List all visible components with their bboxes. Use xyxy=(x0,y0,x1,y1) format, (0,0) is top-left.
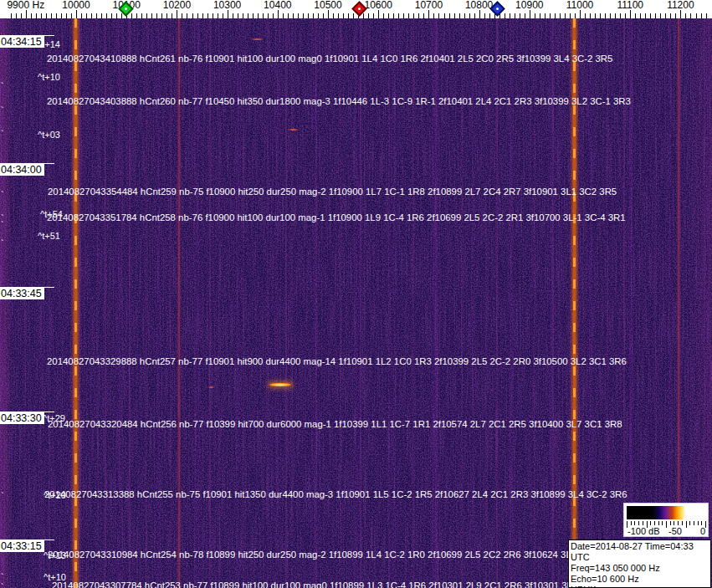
event-time-marker: ^t+03 xyxy=(38,130,60,140)
time-axis-label: 04:34:15 xyxy=(0,36,44,48)
time-axis-label: 04:33:45 xyxy=(0,288,44,299)
colorbar-tick xyxy=(694,521,694,525)
event-log-line: 20140827043354484 hCnt259 nb-75 f10900 h… xyxy=(48,187,617,197)
event-log-line: 20140827043313388 hCnt255 nb-75 f10901 h… xyxy=(44,489,627,499)
colorbar-tick xyxy=(689,521,690,525)
event-log-line: 20140827043310984 hCnt254 nb-78 f10899 h… xyxy=(48,550,597,560)
colorbar-tick xyxy=(634,521,635,525)
colorbar-tick xyxy=(698,521,699,525)
edge-tick-mark: ` xyxy=(1,492,4,500)
event-time-marker: ^t+13 xyxy=(44,550,66,560)
colorbar-tick xyxy=(678,521,679,525)
infobox-echo: Echo=10 600 Hz xyxy=(571,574,709,585)
event-time-marker: ^t+20 xyxy=(44,490,66,500)
infobox-station-id: HPHK xyxy=(571,585,709,588)
colorbar-label-mid: -50 xyxy=(668,527,682,536)
colorbar-tick xyxy=(647,521,648,528)
colorbar-tick xyxy=(682,521,683,525)
colorbar-tick xyxy=(638,521,639,525)
time-axis-label: 04:33:30 xyxy=(0,412,44,424)
spectrogram-app-window: { "ruler": { "f0": 10000, "x0": 91, "px_… xyxy=(0,0,712,588)
edge-tick-mark: ` xyxy=(1,239,4,248)
colorbar-label-max: 0 xyxy=(700,527,705,536)
color-scale-legend: -100 dB -50 0 xyxy=(624,504,708,536)
edge-tick-mark: ` xyxy=(1,573,4,581)
event-log-line: 20140827043307784 hCnt253 nb-77 f10899 h… xyxy=(52,580,601,588)
event-log-line: 20140827043403888 hCnt260 nb-77 f10450 h… xyxy=(47,96,631,106)
event-log-line: 20140827043410888 hCnt261 nb-76 f10901 h… xyxy=(47,54,612,64)
infobox-frequency: Freq=143 050 000 Hz xyxy=(571,563,709,574)
text-overlay-layer: 20140827043410888 hCnt261 nb-76 f10901 h… xyxy=(0,0,712,588)
time-axis-label: 04:34:00 xyxy=(0,164,44,176)
event-log-line: 20140827043329888 hCnt257 nb-77 f10901 h… xyxy=(47,356,627,366)
time-axis-label: 04:33:15 xyxy=(0,540,44,552)
colorbar-tick xyxy=(643,521,643,525)
event-time-marker: ^t+10 xyxy=(38,72,60,82)
colorbar-label-min: -100 dB xyxy=(627,527,660,536)
colorbar-tick xyxy=(674,521,674,525)
colorbar-tick xyxy=(654,521,655,525)
event-log-line: 20140827043351784 hCnt258 nb-76 f10900 h… xyxy=(47,212,626,222)
colorbar-tick xyxy=(650,521,651,525)
edge-tick-mark: ` xyxy=(1,550,4,558)
event-time-marker: ^t+54 xyxy=(40,209,63,219)
colorbar-tick xyxy=(658,521,659,525)
edge-tick-mark: ` xyxy=(1,191,4,199)
colorbar-tick xyxy=(705,521,706,528)
edge-tick-mark: ` xyxy=(1,130,4,138)
colorbar-tick xyxy=(627,521,627,528)
event-time-marker: ^t+29 xyxy=(43,413,65,423)
status-infobox: Date=2014-08-27 Time=04:33 UTC Freq=143 … xyxy=(568,539,711,588)
event-time-marker: ^t+10 xyxy=(44,572,66,582)
colorbar-tick xyxy=(686,521,687,528)
edge-tick-mark: ` xyxy=(1,82,4,90)
colorbar-tick xyxy=(662,521,663,525)
edge-tick-mark: ` xyxy=(1,46,4,54)
edge-tick-mark: ` xyxy=(1,106,4,115)
colorbar-tick xyxy=(670,521,671,525)
colorbar-tick xyxy=(666,521,667,528)
colorbar-tick xyxy=(701,521,702,525)
edge-tick-mark: ` xyxy=(1,583,4,588)
event-log-line: 20140827043320484 hCnt256 nb-77 f10399 h… xyxy=(48,419,622,429)
colorbar-tick xyxy=(631,521,632,525)
edge-tick-mark: ` xyxy=(1,221,4,229)
infobox-date-time: Date=2014-08-27 Time=04:33 UTC xyxy=(571,541,709,563)
event-time-marker: ^t+51 xyxy=(38,231,60,241)
color-gradient-bar xyxy=(627,506,705,519)
